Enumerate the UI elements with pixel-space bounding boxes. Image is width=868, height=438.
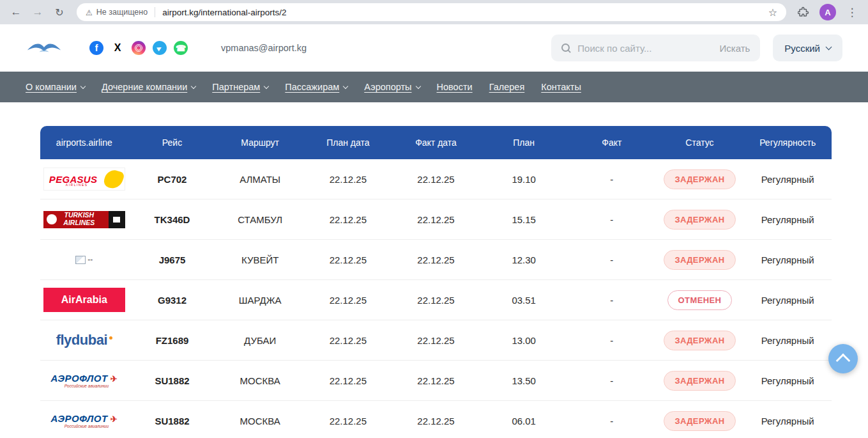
status-cell: ЗАДЕРЖАН xyxy=(656,169,744,189)
telegram-icon[interactable]: ▸ xyxy=(153,41,167,55)
forward-icon[interactable] xyxy=(28,3,47,22)
nav-item[interactable]: Пассажирам xyxy=(285,82,347,92)
route: МОСКВА xyxy=(216,416,304,426)
status-badge: ОТМЕНЕН xyxy=(667,290,733,310)
route: АЛМАТЫ xyxy=(216,174,304,185)
language-selector[interactable]: Русский xyxy=(773,35,842,61)
x-icon[interactable]: X xyxy=(110,41,125,55)
search-button[interactable]: Искать xyxy=(719,43,750,54)
plan-time: 15.15 xyxy=(480,214,568,225)
plan-date: 22.12.25 xyxy=(304,416,392,426)
nav-item-label: Партнерам xyxy=(212,82,260,92)
airport-logo[interactable] xyxy=(26,38,63,58)
table-row: PEGASUSAIRLINES PC702 АЛМАТЫ 22.12.25 22… xyxy=(40,159,832,199)
flight-number: TK346D xyxy=(128,214,217,225)
fact-time: - xyxy=(568,416,656,426)
facebook-icon[interactable]: f xyxy=(89,41,103,55)
status-badge: ЗАДЕРЖАН xyxy=(664,250,735,270)
airline-logo: flydubai xyxy=(56,332,112,348)
column-header: План xyxy=(480,137,568,148)
airline-logo-cell: АЭРОФЛОТРоссийские авиалинии xyxy=(40,373,128,388)
plan-date: 22.12.25 xyxy=(304,295,392,306)
plan-time: 13.00 xyxy=(480,335,568,346)
nav-item[interactable]: Дочерние компании xyxy=(102,82,195,92)
flight-number: PC702 xyxy=(128,174,217,185)
plan-date: 22.12.25 xyxy=(304,375,392,386)
airline-logo: TURKISH AIRLINES xyxy=(43,211,125,228)
nav-item-label: Галерея xyxy=(489,82,525,92)
status-badge: ЗАДЕРЖАН xyxy=(664,331,735,350)
column-header: Регулярность xyxy=(743,137,832,148)
fact-time: - xyxy=(568,295,656,306)
status-cell: ЗАДЕРЖАН xyxy=(656,250,744,270)
regularity: Регулярный xyxy=(743,174,832,185)
table-row: flydubai FZ1689 ДУБАИ 22.12.25 22.12.25 … xyxy=(40,320,832,361)
reload-icon[interactable] xyxy=(50,3,69,22)
nav-item-label: Новости xyxy=(437,82,473,92)
fact-time: - xyxy=(568,214,656,225)
fact-date: 22.12.25 xyxy=(392,335,480,346)
table-row: AirArabia G9312 ШАРДЖА 22.12.25 22.12.25… xyxy=(40,280,832,320)
column-header: Статус xyxy=(656,137,744,148)
site-header: fX▸☎ vpmanas@airport.kg Искать Русский xyxy=(0,24,868,72)
chevron-down-icon xyxy=(191,83,196,88)
nav-item-label: Дочерние компании xyxy=(102,82,187,92)
fact-date: 22.12.25 xyxy=(392,214,480,225)
table-row: АЭРОФЛОТРоссийские авиалинии SU1882 МОСК… xyxy=(40,401,832,438)
flight-number: SU1882 xyxy=(128,375,217,386)
nav-item[interactable]: Галерея xyxy=(489,82,525,92)
contact-email: vpmanas@airport.kg xyxy=(221,43,307,53)
fact-time: - xyxy=(568,375,656,386)
status-badge: ЗАДЕРЖАН xyxy=(664,169,735,189)
status-cell: ЗАДЕРЖАН xyxy=(656,411,744,431)
flights-table-body: PEGASUSAIRLINES PC702 АЛМАТЫ 22.12.25 22… xyxy=(40,159,832,438)
airline-logo: PEGASUSAIRLINES xyxy=(43,168,125,191)
airline-logo: AirArabia xyxy=(43,288,125,312)
fact-time: - xyxy=(568,174,656,185)
table-row: АЭРОФЛОТРоссийские авиалинии SU1882 МОСК… xyxy=(40,361,832,401)
nav-item[interactable]: О компании xyxy=(26,82,85,92)
bookmark-star-icon[interactable] xyxy=(768,6,777,19)
regularity: Регулярный xyxy=(743,416,832,426)
status-badge: ЗАДЕРЖАН xyxy=(664,371,735,391)
url-text: airport.kg/international-airports/2 xyxy=(162,8,768,17)
nav-item[interactable]: Партнерам xyxy=(212,82,268,92)
nav-item[interactable]: Контакты xyxy=(541,82,581,92)
table-row: -- J9675 КУВЕЙТ 22.12.25 22.12.25 12.30 … xyxy=(40,240,832,280)
chevron-down-icon xyxy=(264,83,269,88)
browser-profile-avatar[interactable]: A xyxy=(819,4,836,20)
airline-logo: АЭРОФЛОТРоссийские авиалинии xyxy=(51,413,118,428)
airline-logo-cell: -- xyxy=(40,255,128,264)
extensions-icon[interactable] xyxy=(794,6,813,18)
back-icon[interactable] xyxy=(6,3,26,22)
nav-item-label: Контакты xyxy=(541,82,581,92)
instagram-icon[interactable] xyxy=(132,41,146,55)
nav-item[interactable]: Новости xyxy=(437,82,473,92)
search-input[interactable] xyxy=(577,43,686,54)
status-badge: ЗАДЕРЖАН xyxy=(664,411,735,431)
status-cell: ЗАДЕРЖАН xyxy=(656,210,744,230)
main-nav: О компании Дочерние компании Партнерам П… xyxy=(0,72,868,102)
site-search: Искать xyxy=(551,35,760,61)
regularity: Регулярный xyxy=(743,214,832,225)
browser-menu-icon[interactable] xyxy=(842,3,862,22)
route: ШАРДЖА xyxy=(216,295,304,306)
scroll-to-top-button[interactable] xyxy=(828,344,858,373)
route: ДУБАИ xyxy=(216,335,304,346)
regularity: Регулярный xyxy=(743,375,832,386)
flight-number: SU1882 xyxy=(128,416,217,426)
column-header: airports.airline xyxy=(40,137,128,148)
route: КУВЕЙТ xyxy=(216,254,304,265)
fact-date: 22.12.25 xyxy=(392,375,480,386)
plan-time: 12.30 xyxy=(480,254,568,265)
flight-number: J9675 xyxy=(128,254,217,265)
flights-table: airports.airlineРейсМаршрутПлан датаФакт… xyxy=(40,126,832,438)
fact-time: - xyxy=(568,335,656,346)
whatsapp-icon[interactable]: ☎ xyxy=(174,41,188,55)
status-cell: ОТМЕНЕН xyxy=(656,290,744,310)
nav-item[interactable]: Аэропорты xyxy=(364,82,420,92)
fact-date: 22.12.25 xyxy=(392,254,480,265)
column-header: Факт xyxy=(568,137,656,148)
nav-item-label: Аэропорты xyxy=(364,82,411,92)
address-bar[interactable]: Не защищено airport.kg/international-air… xyxy=(77,3,786,21)
